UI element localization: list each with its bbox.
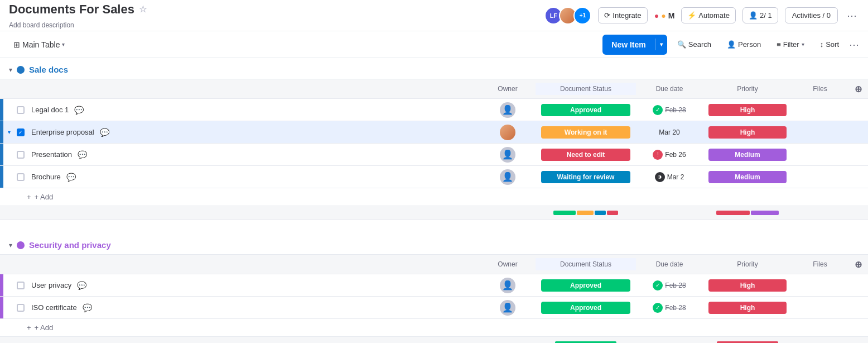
new-item-dropdown-icon[interactable]: ▾ — [655, 35, 667, 55]
table-icon: ⊞ — [13, 40, 20, 49]
col-status-enterprise[interactable]: Working on it — [536, 125, 636, 140]
group-toggle-security[interactable]: ▾ — [9, 241, 12, 249]
checkbox-user-privacy[interactable] — [15, 282, 27, 289]
filter-button[interactable]: ≡ Filter ▾ — [771, 38, 809, 51]
checkbox-enterprise-inner[interactable]: ✓ — [17, 128, 25, 136]
avatar-group[interactable]: LF +1 — [544, 7, 591, 25]
col-status-legal[interactable]: Approved — [536, 103, 636, 117]
priority-badge-iso[interactable]: High — [708, 302, 787, 314]
col-priority-user-privacy[interactable]: High — [703, 278, 792, 293]
automate-button[interactable]: ⚡ Automate — [681, 7, 736, 23]
members-label: 2/ 1 — [760, 11, 772, 20]
group-title-security[interactable]: Security and privacy — [29, 240, 111, 250]
checkbox-enterprise[interactable]: ✓ — [15, 128, 27, 136]
col-add-header[interactable]: ⊕ — [848, 84, 868, 94]
summary-status-bars-sale — [536, 209, 636, 216]
status-badge-brochure[interactable]: Waiting for review — [541, 171, 630, 183]
row-name-presentation: Presentation 💬 — [27, 150, 480, 159]
add-row-security[interactable]: + + Add — [0, 319, 868, 337]
comment-icon-legal[interactable]: 💬 — [74, 106, 84, 115]
date-text-legal: Feb 28 — [665, 106, 686, 114]
priority-badge-legal[interactable]: High — [708, 104, 787, 116]
row-name-text-iso[interactable]: ISO certificate — [31, 303, 77, 312]
status-badge-legal[interactable]: Approved — [541, 104, 630, 116]
col-status-header: Document Status — [536, 83, 636, 95]
dropdown-icon: ▾ — [62, 41, 65, 47]
priority-badge-presentation[interactable]: Medium — [708, 149, 787, 161]
col-owner-iso[interactable]: 👤 — [480, 300, 536, 316]
star-icon[interactable]: ☆ — [139, 4, 147, 15]
row-name-enterprise: Enterprise proposal 💬 — [27, 128, 480, 137]
main-table-label: Main Table — [22, 40, 60, 49]
col-status-brochure[interactable]: Waiting for review — [536, 170, 636, 184]
col-priority-enterprise[interactable]: High — [703, 125, 792, 140]
status-badge-presentation[interactable]: Need to edit — [541, 149, 630, 161]
header-more-button[interactable]: ⋯ — [845, 7, 859, 24]
col-status-iso[interactable]: Approved — [536, 301, 636, 315]
col-priority-brochure[interactable]: Medium — [703, 170, 792, 184]
col-owner-presentation[interactable]: 👤 — [480, 147, 536, 163]
group-security-privacy: ▾ Security and privacy Owner Document St… — [0, 234, 868, 343]
person-button[interactable]: 👤 Person — [721, 38, 766, 51]
toolbar-more-button[interactable]: ⋯ — [849, 39, 859, 51]
col-files-header: Files — [792, 85, 848, 93]
owner-icon-iso: 👤 — [502, 302, 513, 313]
status-badge-user-privacy[interactable]: Approved — [541, 279, 630, 292]
add-col-icon[interactable]: ⊕ — [855, 84, 862, 94]
col-owner-brochure[interactable]: 👤 — [480, 169, 536, 185]
checkbox-presentation[interactable] — [15, 151, 27, 159]
integrate-button[interactable]: ⟳ Integrate — [598, 7, 647, 23]
priority-badge-user-privacy[interactable]: High — [708, 279, 787, 292]
group-toggle-sale[interactable]: ▾ — [9, 66, 12, 74]
filter-icon: ≡ — [777, 40, 781, 49]
comment-icon-iso[interactable]: 💬 — [83, 303, 92, 312]
main-table-button[interactable]: ⊞ Main Table ▾ — [9, 38, 69, 51]
search-button[interactable]: 🔍 Search — [672, 38, 717, 51]
comment-icon-brochure[interactable]: 💬 — [66, 173, 76, 182]
status-badge-enterprise[interactable]: Working on it — [541, 126, 630, 139]
row-expand-enterprise[interactable]: ▾ — [3, 129, 15, 135]
comment-icon-user-privacy[interactable]: 💬 — [77, 281, 86, 290]
sort-button[interactable]: ↕ Sort — [814, 38, 845, 51]
checkbox-brochure[interactable] — [15, 173, 27, 181]
row-name-brochure: Brochure 💬 — [27, 173, 480, 182]
row-name-text-legal[interactable]: Legal doc 1 — [31, 106, 69, 114]
col-owner-enterprise[interactable] — [480, 125, 536, 140]
col-owner-user-privacy[interactable]: 👤 — [480, 278, 536, 293]
col-status-header-sec: Document Status — [536, 258, 636, 270]
col-status-presentation[interactable]: Need to edit — [536, 147, 636, 162]
comment-icon-enterprise[interactable]: 💬 — [100, 128, 109, 137]
owner-icon-presentation: 👤 — [502, 149, 513, 160]
row-name-text-brochure[interactable]: Brochure — [31, 173, 61, 181]
col-priority-presentation[interactable]: Medium — [703, 147, 792, 162]
collab-icon-3: M — [668, 11, 675, 20]
col-add-header-sec[interactable]: ⊕ — [848, 259, 868, 270]
group-title-sale[interactable]: Sale docs — [29, 65, 68, 74]
comment-icon-presentation[interactable]: 💬 — [78, 150, 87, 159]
row-name-text-user-privacy[interactable]: User privacy — [31, 281, 71, 289]
summary-row-security — [0, 337, 868, 343]
add-row-sale[interactable]: + + Add — [0, 188, 868, 206]
app-header: Documents For Sales ☆ Add board descript… — [0, 0, 868, 31]
collab-icon-2: ● — [661, 11, 666, 20]
row-name-text-presentation[interactable]: Presentation — [31, 150, 72, 159]
col-status-user-privacy[interactable]: Approved — [536, 278, 636, 293]
col-priority-iso[interactable]: High — [703, 301, 792, 315]
summary-bar-red — [607, 211, 618, 215]
checkbox-legal[interactable] — [15, 106, 27, 114]
new-item-label[interactable]: New Item — [602, 35, 654, 55]
date-text-presentation: Feb 26 — [665, 151, 686, 159]
new-item-button[interactable]: New Item ▾ — [602, 35, 667, 55]
add-col-icon-sec[interactable]: ⊕ — [855, 260, 862, 269]
priority-badge-brochure[interactable]: Medium — [708, 171, 787, 183]
members-button[interactable]: 👤 2/ 1 — [742, 7, 778, 23]
priority-badge-enterprise[interactable]: High — [708, 126, 787, 139]
col-priority-legal[interactable]: High — [703, 103, 792, 117]
owner-icon-brochure: 👤 — [502, 172, 513, 182]
checkbox-iso[interactable] — [15, 304, 27, 312]
activities-button[interactable]: Activities / 0 — [785, 7, 838, 23]
board-subtitle[interactable]: Add board description — [9, 21, 74, 29]
row-name-text-enterprise[interactable]: Enterprise proposal — [31, 128, 94, 136]
status-badge-iso[interactable]: Approved — [541, 302, 630, 314]
col-owner-legal[interactable]: 👤 — [480, 102, 536, 118]
